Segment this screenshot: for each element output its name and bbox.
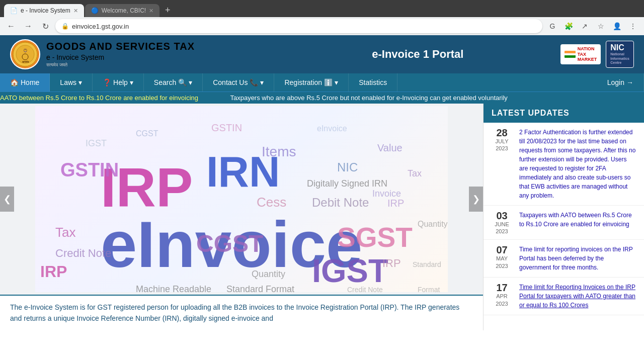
nav-contact[interactable]: Contact Us 📞 ▾ (203, 73, 274, 92)
svg-text:Cess: Cess (257, 195, 286, 210)
ntm-text: NATIONTAXMARKET (578, 46, 597, 62)
contact-dropdown-icon: ▾ (260, 78, 264, 86)
header-center: e-Invoice 1 Portal (285, 48, 550, 61)
svg-text:Format: Format (418, 286, 440, 292)
update-year-3: 2023 (491, 263, 513, 269)
browser-tab-1[interactable]: 📄 e - Invoice System ✕ (4, 4, 84, 17)
nav-search[interactable]: Search 🔍 ▾ (144, 73, 203, 92)
svg-text:CGST: CGST (136, 129, 158, 138)
svg-text:Debit Note: Debit Note (312, 196, 369, 209)
svg-text:GSTIN: GSTIN (60, 159, 119, 180)
browser-toolbar: ← → ↻ 🔒 einvoice1.gst.gov.in G 🧩 ↗ ☆ 👤 ⋮ (0, 17, 644, 35)
update-month-1: JULY (491, 138, 513, 145)
nav-laws[interactable]: Laws ▾ (50, 73, 93, 92)
registration-dropdown-icon: ▾ (335, 78, 338, 86)
svg-text:IRP: IRP (40, 262, 67, 281)
svg-text:Credit Note: Credit Note (347, 286, 383, 292)
nav-statistics[interactable]: Statistics (349, 73, 397, 92)
carousel-next[interactable]: ❯ (469, 187, 483, 212)
menu-icon[interactable]: ⋮ (626, 19, 640, 33)
svg-text:Invoice: Invoice (372, 189, 401, 199)
site-header: 🦁 सत्यमेव GOODS AND SERVICES TAX e - Inv… (0, 35, 644, 73)
nav-login[interactable]: Login → (597, 73, 644, 92)
svg-text:Standard: Standard (413, 260, 441, 268)
ticker-text2: Taxpayers who are above Rs.5 Crore but n… (230, 94, 507, 102)
browser-tab-2[interactable]: 🔵 Welcome, CBIC! ✕ (85, 4, 159, 17)
ticker-bar: AATO between Rs.5 Crore to Rs.10 Crore a… (0, 92, 644, 104)
update-month-4: APR (491, 293, 513, 300)
svg-text:Standard Format: Standard Format (226, 284, 294, 292)
nav-search-label: Search (154, 78, 176, 86)
main-content: ❮ IRP IRN eInvoice GSTIN SGST IGST CGST … (0, 104, 644, 330)
update-date-3: 07 MAY 2023 (491, 245, 513, 268)
google-search-icon[interactable]: G (545, 19, 559, 33)
share-icon[interactable]: ↗ (578, 19, 592, 33)
svg-text:GSTIN: GSTIN (211, 122, 242, 133)
nav-help[interactable]: ❓ Help ▾ (93, 73, 144, 92)
header-logo: 🦁 सत्यमेव GOODS AND SERVICES TAX e - Inv… (10, 39, 275, 69)
browser-tabs: 📄 e - Invoice System ✕ 🔵 Welcome, CBIC! … (4, 3, 640, 17)
help-icon: ❓ (103, 78, 111, 86)
update-text-2[interactable]: Taxpayers with AATO between Rs.5 Crore t… (519, 211, 637, 229)
svg-text:🦁: 🦁 (23, 48, 28, 53)
system-name: e - Invoice System (46, 53, 195, 61)
search-icon: 🔍 (178, 78, 187, 86)
svg-text:सत्यमेव: सत्यमेव (22, 60, 29, 63)
org-name: GOODS AND SERVICES TAX (46, 41, 195, 52)
forward-button[interactable]: → (21, 19, 35, 33)
address-bar[interactable]: 🔒 einvoice1.gst.gov.in (55, 19, 542, 33)
update-text-1[interactable]: 2 Factor Authentication is further exten… (519, 128, 637, 200)
nav-login-label: Login (607, 78, 624, 86)
tab2-close[interactable]: ✕ (149, 8, 153, 14)
address-text: einvoice1.gst.gov.in (72, 23, 129, 30)
nav-home-label: Home (21, 78, 39, 86)
update-text-3[interactable]: Time limit for reporting invoices on the… (519, 245, 637, 272)
nic-text: NIC (610, 43, 624, 52)
reload-button[interactable]: ↻ (38, 19, 52, 33)
update-item-3: 07 MAY 2023 Time limit for reporting inv… (484, 240, 644, 278)
profile-icon[interactable]: 👤 (610, 19, 624, 33)
ntm-flag (565, 51, 576, 58)
svg-text:Quantity: Quantity (252, 269, 285, 279)
svg-text:IRP: IRP (387, 198, 404, 209)
update-day-1: 28 (491, 128, 513, 138)
bookmark-icon[interactable]: ☆ (594, 19, 608, 33)
svg-text:Credit Note: Credit Note (55, 247, 111, 259)
svg-text:IGST: IGST (86, 138, 107, 148)
tab1-close[interactable]: ✕ (73, 8, 78, 14)
back-button[interactable]: ← (4, 19, 18, 33)
updates-panel: LATEST UPDATES 28 JULY 2023 2 Factor Aut… (483, 104, 644, 330)
description-bar: The e-Invoice System is for GST register… (0, 295, 483, 330)
update-day-2: 03 (491, 211, 513, 221)
update-year-2: 2023 (491, 228, 513, 234)
svg-text:eInvoice: eInvoice (317, 124, 347, 133)
update-date-4: 17 APR 2023 (491, 283, 513, 306)
ntm-logo: NATIONTAXMARKET (560, 44, 601, 64)
ticker-text1: AATO between Rs.5 Crore to Rs.10 Crore a… (0, 94, 198, 102)
svg-text:Tax: Tax (408, 168, 422, 178)
nav-registration-label: Registration (284, 78, 322, 86)
svg-text:Quantity: Quantity (418, 220, 448, 228)
svg-text:CGST: CGST (196, 230, 263, 257)
laws-dropdown-icon: ▾ (78, 78, 82, 86)
svg-text:Digitally Signed IRN: Digitally Signed IRN (307, 178, 387, 189)
svg-text:NIC: NIC (337, 160, 358, 174)
partner-logos: NATIONTAXMARKET NIC NationalInformaticsC… (560, 41, 634, 67)
update-item-4: 17 APR 2023 Time limit for Reporting Inv… (484, 278, 644, 315)
update-year-4: 2023 (491, 301, 513, 307)
new-tab-button[interactable]: + (160, 3, 175, 17)
emblem-image: 🦁 सत्यमेव (11, 40, 39, 68)
update-year-1: 2023 (491, 145, 513, 151)
extensions-icon[interactable]: 🧩 (561, 19, 576, 33)
carousel-inner: ❮ IRP IRN eInvoice GSTIN SGST IGST CGST … (0, 104, 483, 295)
update-text-4[interactable]: Time limit for Reporting Invoices on the… (519, 283, 637, 310)
govt-emblem: 🦁 सत्यमेव (10, 39, 40, 69)
update-day-4: 17 (491, 283, 513, 293)
nav-contact-label: Contact Us (213, 78, 248, 86)
nav-home[interactable]: 🏠 Home (0, 73, 50, 92)
update-item-2: 03 JUNE 2023 Taxpayers with AATO between… (484, 206, 644, 240)
update-day-3: 07 (491, 245, 513, 255)
nav-registration[interactable]: Registration ℹ️ ▾ (274, 73, 349, 92)
carousel-prev[interactable]: ❮ (0, 187, 14, 212)
word-cloud-svg: IRP IRN eInvoice GSTIN SGST IGST CGST It… (35, 106, 448, 292)
